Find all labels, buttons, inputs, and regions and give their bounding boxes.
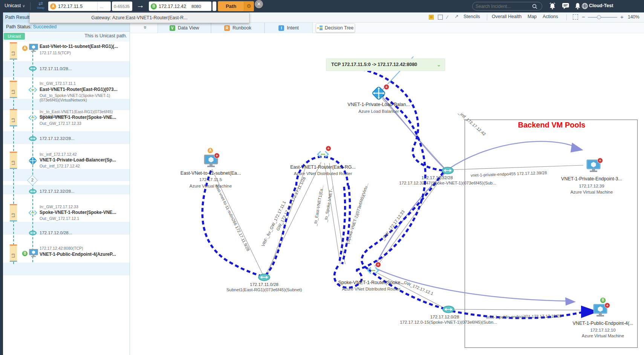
path-status-value: Succeeded (33, 24, 57, 29)
node-subnet32-cidr[interactable]: 172.17.12.32/28 (421, 175, 453, 180)
load-balancer-icon[interactable] (28, 156, 38, 166)
hop-subnet-label[interactable]: 172.17.12.32/28... (40, 136, 75, 141)
status-plus-icon[interactable]: + (597, 158, 603, 163)
node-east-router-type: Azure VNet Distributed Router (294, 171, 352, 176)
status-plus-icon[interactable]: + (384, 84, 389, 90)
swap-icon: ⇄ (35, 1, 47, 6)
node-subnet0-cidr[interactable]: 172.17.12.0/28 (430, 315, 459, 319)
zoom-in-button[interactable]: + (620, 14, 624, 20)
hop-subnet-label[interactable]: 172.17.11.0/28... (40, 66, 72, 71)
bell-icon[interactable] (574, 2, 582, 10)
path-result-panel: Path Status: Succeeded Unicast This is U… (3, 23, 130, 355)
hop-name[interactable]: East-VNET1-Router(East-RG1)(073... (40, 87, 118, 92)
actions-menu[interactable]: Actions (543, 14, 558, 19)
flow-banner-chevron-icon: ⌄ (437, 59, 441, 71)
vm-icon[interactable] (29, 249, 38, 257)
stencils-menu[interactable]: Stencils (463, 14, 480, 19)
status-plus-icon[interactable]: + (375, 262, 381, 267)
hop-name[interactable]: VNET-1-Public-Endpoint-4(AzureP... (40, 252, 116, 257)
hop-name[interactable]: Spoke-VNET-1-Router(Spoke-VNE... (40, 210, 116, 215)
router-icon[interactable] (28, 115, 38, 121)
hop-subnet-label[interactable]: 172.17.12.32/28... (40, 189, 75, 194)
endpoint-b-badge: B (22, 250, 28, 257)
decision-tree-button[interactable]: Decision Tree (316, 23, 355, 32)
backend-vm-pools-title: Backend VM Pools (518, 121, 586, 129)
node-lb-name[interactable]: VNET-1-Private-Load-Balan... (347, 102, 410, 107)
collapse-chevron-icon[interactable]: » (142, 26, 149, 29)
swap-button[interactable]: ⇄ Swap (35, 1, 47, 9)
node-subnet1-icon[interactable] (258, 273, 271, 281)
top-toolbar: Unicast∨ ⇄ Swap A ... → B ... Path ⚙ (0, 0, 644, 12)
close-icon[interactable]: ✕ (255, 0, 263, 8)
node-vm-a-name[interactable]: East-VNet-to-11-subnet(Ea... (181, 171, 241, 176)
link-label-gw-12-1: _GW_172.17.12.1 (401, 279, 434, 296)
node-spoke-router-name[interactable]: Spoke-VNET-1-Router(Spoke... (338, 280, 404, 285)
chat-icon[interactable] (561, 2, 570, 10)
path-button[interactable]: Path (218, 1, 244, 11)
decision-tree-label: Decision Tree (325, 25, 353, 31)
link-label-spoke-vnet: (Spoke-VNET-1)(073e6f45)(Virtu... (345, 182, 369, 244)
source-more-button[interactable]: ... (97, 2, 106, 11)
status-plus-icon[interactable]: + (604, 303, 610, 308)
node-east-router-icon[interactable] (316, 150, 330, 158)
node-private-ep-name[interactable]: VNET-1-Private-Endpoint-3... (561, 176, 622, 181)
layer-tag: L3 (10, 81, 17, 98)
node-east-router-name[interactable]: East-VNET1-Router(East-RG... (290, 164, 356, 170)
tab-intent[interactable]: I Intent (265, 23, 313, 33)
cast-mode-dropdown[interactable]: Unicast∨ (5, 3, 25, 8)
hop-name[interactable]: VNET-1-Private-Load-Balancer(Sp... (40, 157, 116, 163)
zoom-slider-track[interactable] (588, 17, 617, 18)
alarm-icon[interactable] (548, 2, 557, 10)
layer-tag: L3 (10, 244, 17, 262)
node-public-ep-name[interactable]: VNET-1-Public-Endpoint-4(... (572, 321, 633, 326)
router-icon[interactable] (28, 87, 38, 93)
polyline-tool-icon[interactable]: ↗ (454, 14, 459, 19)
vm-icon[interactable] (29, 44, 38, 52)
subnet-icon[interactable] (29, 189, 37, 194)
chevron-down-icon: ∨ (22, 4, 25, 8)
router-icon[interactable] (28, 210, 38, 216)
node-lb-type: Azure Load Balancer (358, 109, 399, 114)
overall-health-menu[interactable]: Overall Health (492, 14, 522, 19)
map-menu[interactable]: Map (528, 14, 537, 19)
flow-banner[interactable]: TCP 172.17.11.5:0 -> 172.17.12.42:8080 ⌄ (326, 58, 445, 71)
subnet-icon[interactable] (29, 66, 37, 71)
note-icon[interactable] (429, 15, 434, 20)
hop-subnet-label[interactable]: 172.17.12.0/28... (40, 231, 72, 235)
source-ip-input[interactable] (58, 4, 97, 9)
hop-name[interactable]: Spoke-VNET-1-Router(Spoke-VNE... (40, 115, 116, 120)
source-port-input[interactable] (114, 4, 130, 9)
status-plus-icon[interactable]: + (326, 146, 331, 151)
tab-runbook[interactable]: R Runbook (211, 23, 265, 33)
tab-data-view-label: Data View (178, 25, 199, 31)
node-subnet32-icon[interactable] (441, 166, 454, 175)
path-settings-gear-icon[interactable]: ⚙ (244, 1, 254, 11)
dest-port-group (190, 2, 210, 11)
globe-icon[interactable] (581, 2, 588, 10)
decision-tree-icon (317, 26, 323, 30)
status-plus-icon[interactable]: + (214, 153, 220, 158)
search-icon[interactable] (532, 4, 537, 9)
zoom-slider-knob[interactable] (597, 15, 601, 19)
subnet-icon[interactable] (29, 230, 37, 236)
layer-tag: L3 (10, 109, 17, 126)
shape-square-icon[interactable] (438, 15, 443, 20)
line-tool-icon[interactable]: ∕ (447, 14, 453, 20)
node-subnet1-cidr[interactable]: 172.17.11.0/28 (250, 282, 278, 287)
tab-data-view[interactable]: V Data View (158, 23, 211, 33)
path-status-label: Path Status: (6, 24, 32, 29)
hop-name[interactable]: East-VNet-to-11-subnet(East-RG1)(... (40, 44, 118, 49)
fit-view-icon[interactable] (573, 14, 578, 20)
dest-port-input[interactable] (191, 4, 208, 9)
path-result-tab[interactable]: Path Result (3, 12, 32, 23)
gateway-dropdown[interactable]: Gateway: Azure:East-VNET1-Router(East-R.… (29, 12, 249, 23)
zoom-out-button[interactable]: − (582, 14, 585, 20)
account-name[interactable]: Cloud-Test (589, 3, 613, 8)
link-label-gw-11-1: GW_172.17.11.1 172.17.11.1/28 (275, 176, 306, 231)
node-spoke-router-icon[interactable] (366, 266, 380, 275)
link-label-to-spoke: _to_Spoke-VNET-... (323, 185, 334, 222)
incident-search-input[interactable] (476, 4, 532, 9)
runbook-icon: R (224, 25, 230, 31)
node-subnet0-icon[interactable] (442, 305, 455, 314)
subnet-icon[interactable] (29, 136, 37, 141)
